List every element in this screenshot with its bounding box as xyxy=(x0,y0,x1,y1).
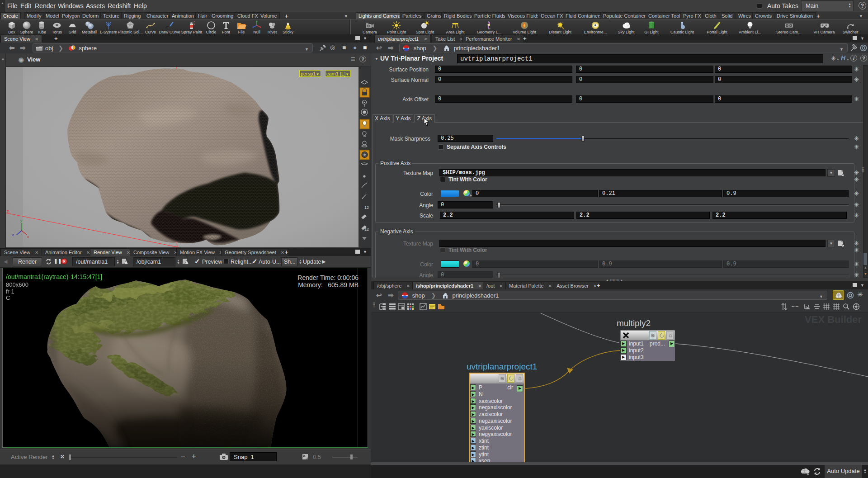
svg-text:x: x xyxy=(27,235,29,239)
svg-text:12: 12 xyxy=(364,205,369,210)
svg-text:12: 12 xyxy=(364,227,369,232)
svg-text:z: z xyxy=(7,209,9,213)
svg-text:z: z xyxy=(12,233,14,237)
svg-text:y: y xyxy=(20,218,22,222)
